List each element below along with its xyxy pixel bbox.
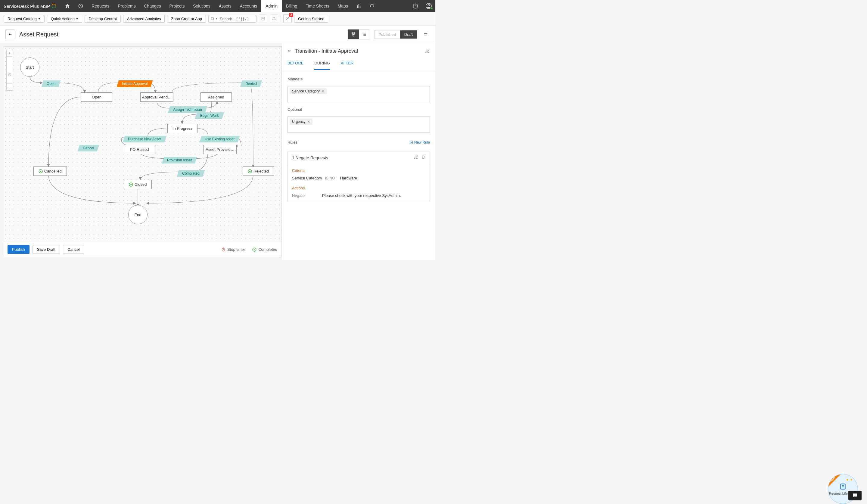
clock-icon[interactable]: [74, 0, 87, 12]
wand-icon[interactable]: 2: [283, 14, 292, 23]
help-icon[interactable]: [409, 0, 422, 12]
completed-indicator: Completed: [252, 247, 277, 252]
nav-billing[interactable]: Billing: [282, 0, 301, 12]
optional-tag: Urgency✕: [290, 119, 312, 125]
rules-header: Rules New Rule: [288, 138, 430, 144]
zoho-creator-button[interactable]: Zoho Creator App: [167, 15, 206, 23]
back-button[interactable]: [6, 30, 15, 39]
nav-time-sheets[interactable]: Time Sheets: [301, 0, 333, 12]
new-rule-button[interactable]: New Rule: [409, 140, 430, 144]
mandate-label: Mandate: [288, 77, 430, 81]
node-end[interactable]: End: [128, 205, 148, 224]
transition-initiate-approval[interactable]: Initiate Approval: [117, 81, 153, 87]
transition-open[interactable]: Open: [41, 81, 61, 87]
diagram-view-button[interactable]: [348, 30, 359, 39]
nav-changes[interactable]: Changes: [140, 0, 165, 12]
mandate-tag: Service Category✕: [290, 88, 327, 94]
svg-rect-10: [354, 33, 355, 33]
top-nav: ServiceDesk Plus MSP RequestsProblemsCha…: [0, 0, 435, 12]
node-assigned[interactable]: Assigned: [201, 93, 232, 102]
zoom-slider[interactable]: [7, 57, 13, 84]
panel-body: Mandate Service Category✕ Optional Urgen…: [282, 72, 435, 207]
rule-delete-icon[interactable]: [421, 155, 425, 160]
svg-rect-11: [353, 35, 354, 36]
home-icon[interactable]: [61, 0, 74, 12]
node-start[interactable]: Start: [20, 57, 40, 77]
criteria-value: Hardware: [340, 176, 357, 180]
svg-point-6: [211, 17, 213, 20]
brand-swirl-icon: [51, 3, 56, 9]
search-box[interactable]: ▼: [208, 15, 257, 23]
svg-point-8: [263, 18, 264, 19]
transition-provision-asset[interactable]: Provision Asset: [162, 157, 197, 163]
tab-before[interactable]: BEFORE: [288, 58, 303, 70]
timer-icon: [221, 247, 225, 252]
nav-assets[interactable]: Assets: [215, 0, 236, 12]
published-tab[interactable]: Published: [374, 30, 400, 39]
quick-actions-dropdown[interactable]: Quick Actions▼: [47, 15, 83, 23]
desktop-central-button[interactable]: Desktop Central: [85, 15, 120, 23]
bell-icon[interactable]: [270, 14, 278, 23]
search-icon: [211, 17, 215, 21]
node-in-progress[interactable]: In Progress: [167, 124, 197, 133]
scanner-icon[interactable]: [259, 14, 267, 23]
main-area: + −: [0, 43, 435, 260]
rule-edit-icon[interactable]: [414, 155, 418, 160]
mandate-input[interactable]: [329, 88, 428, 94]
node-closed[interactable]: Closed: [124, 180, 152, 189]
nav-problems[interactable]: Problems: [114, 0, 140, 12]
node-open[interactable]: Open: [81, 93, 112, 102]
transition-cancel[interactable]: Cancel: [77, 145, 99, 151]
transition-purchase-new-asset[interactable]: Purchase New Asset: [122, 136, 167, 142]
tab-during[interactable]: DURING: [314, 58, 330, 70]
actions-heading: Actions: [292, 186, 425, 190]
nav-requests[interactable]: Requests: [87, 0, 114, 12]
title-bar: Asset Request Published Draft: [0, 25, 435, 43]
panel-back-icon[interactable]: [288, 49, 292, 54]
check-icon: [248, 169, 252, 173]
node-approval-pending[interactable]: Approval Pend…: [140, 93, 173, 102]
chart-icon[interactable]: [352, 0, 365, 12]
list-view-button[interactable]: [359, 30, 370, 39]
zoom-in-button[interactable]: +: [7, 50, 13, 57]
nav-projects[interactable]: Projects: [165, 0, 189, 12]
headset-icon[interactable]: [365, 0, 379, 12]
action-message: Please check with your respective SysAdm…: [322, 193, 401, 198]
publish-button[interactable]: Publish: [8, 245, 30, 254]
diagram-canvas[interactable]: + −: [3, 47, 281, 242]
panel-edit-icon[interactable]: [425, 49, 430, 54]
getting-started-button[interactable]: Getting Started: [294, 15, 328, 23]
action-row: Negate Please check with your respective…: [292, 193, 425, 198]
more-menu-icon[interactable]: [421, 30, 430, 39]
transition-denied[interactable]: Denied: [240, 81, 262, 87]
plus-icon: [409, 141, 413, 144]
save-draft-button[interactable]: Save Draft: [32, 245, 60, 254]
nav-maps[interactable]: Maps: [333, 0, 352, 12]
node-rejected[interactable]: Rejected: [243, 167, 274, 176]
mandate-tagbox[interactable]: Service Category✕: [288, 86, 430, 103]
request-catalog-dropdown[interactable]: Request Catalog▼: [3, 15, 45, 23]
nav-admin[interactable]: Admin: [261, 0, 282, 12]
optional-tagbox[interactable]: Urgency✕: [288, 117, 430, 133]
nav-solutions[interactable]: Solutions: [189, 0, 215, 12]
search-input[interactable]: [218, 15, 254, 22]
transition-begin-work[interactable]: Begin Work: [195, 112, 224, 119]
node-asset-provisioned[interactable]: Asset Provisio…: [204, 145, 237, 154]
action-name: Negate: [292, 193, 310, 198]
transition-assign-technician[interactable]: Assign Technician: [168, 106, 207, 113]
node-po-raised[interactable]: PO Raised: [123, 145, 156, 154]
node-cancelled[interactable]: Cancelled: [33, 167, 67, 176]
zoom-out-button[interactable]: −: [7, 84, 13, 90]
transition-completed[interactable]: Completed: [177, 170, 205, 177]
tab-after[interactable]: AFTER: [341, 58, 354, 70]
cancel-button[interactable]: Cancel: [63, 245, 84, 254]
rules-label: Rules: [288, 140, 297, 144]
avatar-icon[interactable]: [422, 0, 435, 12]
tag-remove-icon[interactable]: ✕: [321, 89, 324, 93]
nav-accounts[interactable]: Accounts: [236, 0, 261, 12]
svg-rect-7: [261, 17, 264, 20]
transition-use-existing-asset[interactable]: Use Existing Asset: [199, 136, 240, 142]
advanced-analytics-button[interactable]: Advanced Analytics: [123, 15, 165, 23]
draft-tab[interactable]: Draft: [400, 30, 417, 39]
tag-remove-icon[interactable]: ✕: [307, 120, 310, 124]
